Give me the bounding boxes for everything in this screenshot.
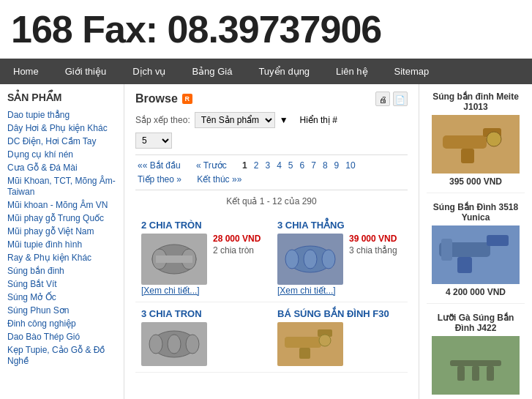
product-item: 3 CHIA THẲNG 39 000 VND 3 chia thẳng <box>271 214 408 302</box>
svg-rect-24 <box>450 360 501 366</box>
page-4[interactable]: 4 <box>274 160 284 171</box>
product-title[interactable]: 2 CHIA TRÒN <box>141 220 266 231</box>
svg-rect-22 <box>457 257 472 273</box>
product-title[interactable]: 3 CHIA TRON <box>141 308 266 319</box>
pagination-next[interactable]: Tiếp theo » <box>135 174 184 185</box>
page-7[interactable]: 7 <box>309 160 318 171</box>
rss-icon[interactable]: R <box>182 94 192 104</box>
list-item: Dao Bào Thép Gió <box>7 331 116 342</box>
sidebar-link[interactable]: Mũi Khoan, TCT, Mõng Âm-Taiwan <box>7 176 116 197</box>
sidebar-link[interactable]: Súng bắn đinh <box>7 266 64 276</box>
svg-point-19 <box>487 132 501 146</box>
page-2[interactable]: 2 <box>252 160 261 171</box>
product-title[interactable]: 3 CHIA THẲNG <box>277 220 402 231</box>
sidebar-link[interactable]: Dây Hơi & Phụ kiện Khác <box>7 123 108 133</box>
sidebar-link[interactable]: DC Điện, Hơi Cầm Tay <box>7 136 96 146</box>
svg-rect-26 <box>472 366 479 381</box>
sidebar-link[interactable]: Ray & Phụ kiện Khác <box>7 253 91 263</box>
main-content: Browse R 🖨 📄 Sắp xếp theo: Tên Sản phẩm … <box>124 84 419 399</box>
sidebar-link[interactable]: Mũi tupie đình hình <box>7 239 82 250</box>
nav-gioi-thieu[interactable]: Giới thiệu <box>52 59 119 84</box>
right-product-image[interactable] <box>432 115 520 174</box>
nav-home[interactable]: Home <box>0 59 52 84</box>
right-sidebar: Súng bắn đinh Meite J1013 395 000 VND Sú… <box>419 84 532 399</box>
display-select[interactable]: 5 10 20 <box>135 133 172 149</box>
svg-rect-18 <box>461 149 474 163</box>
list-item: Cưa Gỗ & Đá Mài <box>7 162 116 173</box>
product-item: 2 CHIA TRÒN 28 000 VND 2 chia tròn <box>135 214 271 302</box>
sidebar-link[interactable]: Mũi khoan - Mõng Âm VN <box>7 200 108 210</box>
sidebar-link[interactable]: Cưa Gỗ & Đá Mài <box>7 163 78 173</box>
main-nav: Home Giới thiệu Dịch vụ Bảng Giá Tuyển d… <box>0 59 532 84</box>
browse-header: Browse R 🖨 📄 <box>135 92 408 106</box>
pdf-icon[interactable]: 📄 <box>393 92 408 106</box>
pagination-prev[interactable]: « Trước <box>194 160 229 171</box>
header: 168 Fax: 08.39737906 <box>0 0 532 59</box>
sidebar-link[interactable]: Dao tupie thẳng <box>7 110 70 120</box>
nav-sitemap[interactable]: Sitemap <box>381 59 443 84</box>
product-price: 39 000 VND <box>349 234 397 244</box>
sidebar-link[interactable]: Đinh công nghiệp <box>7 318 76 329</box>
sidebar-link[interactable]: Kẹp Tupie, Cảo Gỗ & Đồ Nghề <box>7 345 105 366</box>
pagination: «« Bắt đầu « Trước 1 2 3 4 5 6 7 8 9 10 … <box>135 154 408 190</box>
svg-rect-14 <box>299 348 310 359</box>
sidebar-link[interactable]: Dao Bào Thép Gió <box>7 332 80 342</box>
product-desc: 2 chia tròn <box>213 245 261 256</box>
sidebar-link[interactable]: Súng Phun Sơn <box>7 305 69 316</box>
page-10[interactable]: 10 <box>343 160 357 171</box>
page-1[interactable]: 1 <box>240 160 250 171</box>
result-count: Kết quả 1 - 12 của 290 <box>135 196 408 206</box>
sidebar-link[interactable]: Mũi phay gỗ Việt Nam <box>7 226 94 236</box>
page-8[interactable]: 8 <box>321 160 330 171</box>
svg-point-9 <box>149 335 162 354</box>
page-3[interactable]: 3 <box>263 160 272 171</box>
product-title[interactable]: BÁ SÚNG BẮN ĐÌNH F30 <box>277 308 402 319</box>
list-item: Mũi Khoan, TCT, Mõng Âm-Taiwan <box>7 175 116 197</box>
pagination-end[interactable]: Kết thúc »» <box>195 174 244 185</box>
svg-point-11 <box>186 335 199 354</box>
product-detail-link[interactable]: [Xem chi tiết...] <box>141 286 200 296</box>
list-item: Súng Mở Ốc <box>7 291 116 302</box>
page-6[interactable]: 6 <box>298 160 307 171</box>
product-image[interactable] <box>141 322 207 366</box>
sort-direction-icon[interactable]: ▼ <box>280 115 288 125</box>
sidebar-link[interactable]: Mũi phay gỗ Trung Quốc <box>7 213 104 223</box>
svg-point-5 <box>285 250 299 269</box>
list-item: Ray & Phụ kiện Khác <box>7 252 116 263</box>
nav-dich-vu[interactable]: Dịch vụ <box>119 59 179 84</box>
product-detail-link[interactable]: [Xem chi tiết...] <box>277 286 336 296</box>
product-image[interactable] <box>277 234 343 285</box>
sort-label: Sắp xếp theo: <box>135 115 190 125</box>
sidebar-link[interactable]: Súng Mở Ốc <box>7 292 56 302</box>
right-product-title: Súng Bắn Đình 3518 Yunica <box>427 202 525 223</box>
pagination-start[interactable]: «« Bắt đầu <box>135 160 183 171</box>
list-item: Mũi tupie đình hình <box>7 239 116 250</box>
svg-rect-27 <box>487 366 494 381</box>
right-product-image[interactable] <box>432 225 520 284</box>
nav-bang-gia[interactable]: Bảng Giá <box>179 59 245 84</box>
main-container: SẢN PHẨM Dao tupie thẳng Dây Hơi & Phụ k… <box>0 84 532 399</box>
product-image[interactable] <box>141 234 207 285</box>
page-5[interactable]: 5 <box>286 160 296 171</box>
sep1 <box>185 160 192 171</box>
product-image[interactable] <box>277 322 343 366</box>
right-product-item: Súng Bắn Đình 3518 Yunica 4 200 000 VND <box>427 202 525 304</box>
nav-lien-he[interactable]: Liên hệ <box>323 59 381 84</box>
print-icon[interactable]: 🖨 <box>375 92 390 106</box>
page-9[interactable]: 9 <box>332 160 342 171</box>
products-grid: 2 CHIA TRÒN 28 000 VND 2 chia tròn <box>135 214 408 373</box>
nav-tuyen-dung[interactable]: Tuyển dụng <box>245 59 323 84</box>
header-text: 168 Fax: 08.39737906 <box>11 7 521 51</box>
sidebar-link[interactable]: Súng Bắt Vít <box>7 279 57 289</box>
sep4 <box>186 174 192 185</box>
left-sidebar: SẢN PHẨM Dao tupie thẳng Dây Hơi & Phụ k… <box>0 84 124 399</box>
list-item: DC Điện, Hơi Cầm Tay <box>7 135 116 146</box>
browse-tools: 🖨 📄 <box>375 92 408 106</box>
right-product-title: Lưỡi Gà Súng Bắn Đình J422 <box>427 313 525 333</box>
sort-select[interactable]: Tên Sản phẩm <box>195 112 275 128</box>
svg-rect-3 <box>156 256 192 263</box>
right-product-image[interactable] <box>432 336 520 395</box>
svg-rect-25 <box>457 366 465 381</box>
sidebar-link[interactable]: Dụng cụ khí nén <box>7 149 73 160</box>
sep2 <box>231 160 238 171</box>
